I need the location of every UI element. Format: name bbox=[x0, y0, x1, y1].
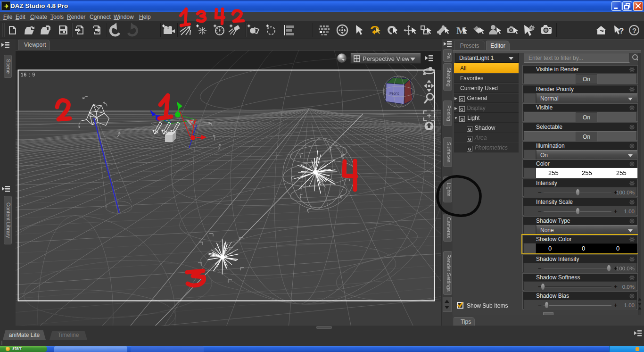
svg-text:?: ? bbox=[619, 26, 624, 35]
svg-text:16 : 9: 16 : 9 bbox=[21, 72, 35, 77]
svg-text:?: ? bbox=[632, 26, 636, 34]
svg-text:Front: Front bbox=[389, 91, 399, 96]
